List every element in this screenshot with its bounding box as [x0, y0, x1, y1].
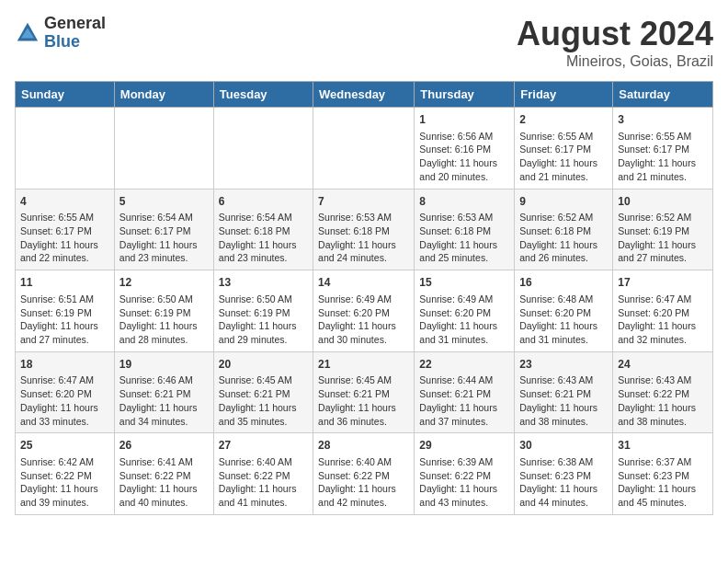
- day-info: Daylight: 11 hours and 27 minutes.: [20, 319, 109, 346]
- day-cell: 31Sunrise: 6:37 AMSunset: 6:23 PMDayligh…: [613, 433, 713, 515]
- day-cell: 13Sunrise: 6:50 AMSunset: 6:19 PMDayligh…: [213, 270, 313, 352]
- day-info: Sunrise: 6:47 AM: [618, 293, 708, 306]
- day-info: Sunset: 6:22 PM: [618, 387, 708, 401]
- logo: General Blue: [15, 15, 106, 52]
- subtitle: Mineiros, Goias, Brazil: [517, 53, 713, 70]
- day-info: Sunrise: 6:54 AM: [119, 211, 209, 224]
- day-info: Sunset: 6:17 PM: [618, 143, 708, 156]
- day-info: Sunset: 6:17 PM: [20, 224, 109, 238]
- day-number: 9: [519, 194, 608, 210]
- day-info: Daylight: 11 hours and 36 minutes.: [318, 401, 409, 428]
- week-row-2: 4Sunrise: 6:55 AMSunset: 6:17 PMDaylight…: [16, 189, 713, 270]
- day-info: Sunrise: 6:48 AM: [519, 293, 608, 306]
- day-cell: 23Sunrise: 6:43 AMSunset: 6:21 PMDayligh…: [515, 351, 613, 433]
- day-number: 10: [618, 194, 708, 210]
- day-number: 12: [119, 275, 209, 291]
- week-row-1: 1Sunrise: 6:56 AMSunset: 6:16 PMDaylight…: [16, 108, 713, 190]
- day-info: Sunset: 6:18 PM: [419, 224, 509, 238]
- logo-icon: [15, 20, 40, 46]
- day-cell: 15Sunrise: 6:49 AMSunset: 6:20 PMDayligh…: [415, 270, 515, 352]
- day-number: 31: [618, 438, 708, 454]
- day-number: 3: [618, 112, 708, 128]
- day-number: 28: [318, 438, 409, 454]
- day-info: Daylight: 11 hours and 37 minutes.: [419, 401, 509, 428]
- day-info: Sunrise: 6:55 AM: [20, 211, 109, 224]
- day-info: Daylight: 11 hours and 34 minutes.: [119, 401, 209, 428]
- day-info: Sunrise: 6:38 AM: [519, 455, 608, 469]
- day-info: Daylight: 11 hours and 28 minutes.: [119, 319, 209, 346]
- day-info: Sunset: 6:21 PM: [519, 387, 608, 401]
- calendar-table: SundayMondayTuesdayWednesdayThursdayFrid…: [15, 81, 713, 515]
- day-cell: 24Sunrise: 6:43 AMSunset: 6:22 PMDayligh…: [613, 351, 713, 433]
- day-cell: 17Sunrise: 6:47 AMSunset: 6:20 PMDayligh…: [613, 270, 713, 352]
- day-number: 26: [119, 438, 209, 454]
- day-info: Daylight: 11 hours and 45 minutes.: [618, 482, 708, 509]
- day-number: 30: [519, 438, 608, 454]
- day-number: 24: [618, 357, 708, 373]
- day-info: Daylight: 11 hours and 21 minutes.: [618, 156, 708, 183]
- day-info: Daylight: 11 hours and 33 minutes.: [20, 401, 109, 428]
- day-info: Sunset: 6:20 PM: [618, 306, 708, 320]
- day-info: Sunset: 6:18 PM: [219, 224, 308, 238]
- day-number: 4: [20, 194, 109, 210]
- day-cell: [114, 108, 213, 190]
- day-cell: 20Sunrise: 6:45 AMSunset: 6:21 PMDayligh…: [213, 351, 313, 433]
- day-info: Sunrise: 6:41 AM: [119, 455, 209, 469]
- day-info: Sunrise: 6:39 AM: [419, 455, 509, 469]
- day-info: Sunrise: 6:55 AM: [618, 130, 708, 144]
- day-cell: 6Sunrise: 6:54 AMSunset: 6:18 PMDaylight…: [213, 189, 313, 270]
- day-cell: 3Sunrise: 6:55 AMSunset: 6:17 PMDaylight…: [613, 108, 713, 190]
- day-number: 21: [318, 357, 409, 373]
- day-info: Sunset: 6:20 PM: [419, 306, 509, 320]
- day-number: 2: [519, 112, 608, 128]
- day-cell: 29Sunrise: 6:39 AMSunset: 6:22 PMDayligh…: [415, 433, 515, 515]
- day-number: 29: [419, 438, 509, 454]
- day-info: Sunrise: 6:40 AM: [318, 455, 409, 469]
- day-info: Sunset: 6:21 PM: [318, 387, 409, 401]
- day-info: Sunrise: 6:42 AM: [20, 455, 109, 469]
- page-header: General Blue August 2024 Mineiros, Goias…: [15, 15, 713, 70]
- day-cell: 26Sunrise: 6:41 AMSunset: 6:22 PMDayligh…: [114, 433, 213, 515]
- day-info: Sunset: 6:18 PM: [519, 224, 608, 238]
- day-info: Daylight: 11 hours and 43 minutes.: [419, 482, 509, 509]
- day-info: Sunrise: 6:54 AM: [219, 211, 308, 224]
- title-block: August 2024 Mineiros, Goias, Brazil: [517, 15, 713, 70]
- day-cell: 9Sunrise: 6:52 AMSunset: 6:18 PMDaylight…: [515, 189, 613, 270]
- day-cell: 30Sunrise: 6:38 AMSunset: 6:23 PMDayligh…: [515, 433, 613, 515]
- day-info: Daylight: 11 hours and 27 minutes.: [618, 238, 708, 265]
- day-info: Daylight: 11 hours and 30 minutes.: [318, 319, 409, 346]
- day-info: Sunset: 6:19 PM: [119, 306, 209, 320]
- day-info: Sunrise: 6:43 AM: [519, 373, 608, 387]
- day-number: 1: [419, 112, 509, 128]
- day-info: Sunset: 6:20 PM: [20, 387, 109, 401]
- header-friday: Friday: [515, 82, 613, 108]
- day-info: Sunrise: 6:52 AM: [519, 211, 608, 224]
- day-info: Sunset: 6:18 PM: [318, 224, 409, 238]
- day-info: Daylight: 11 hours and 22 minutes.: [20, 238, 109, 265]
- day-cell: 2Sunrise: 6:55 AMSunset: 6:17 PMDaylight…: [515, 108, 613, 190]
- day-info: Sunset: 6:21 PM: [419, 387, 509, 401]
- day-info: Sunset: 6:19 PM: [618, 224, 708, 238]
- day-number: 11: [20, 275, 109, 291]
- day-number: 15: [419, 275, 509, 291]
- day-cell: 25Sunrise: 6:42 AMSunset: 6:22 PMDayligh…: [16, 433, 115, 515]
- day-info: Sunrise: 6:45 AM: [318, 373, 409, 387]
- day-number: 25: [20, 438, 109, 454]
- day-number: 23: [519, 357, 608, 373]
- day-cell: 27Sunrise: 6:40 AMSunset: 6:22 PMDayligh…: [213, 433, 313, 515]
- day-info: Sunrise: 6:46 AM: [119, 373, 209, 387]
- day-info: Sunset: 6:22 PM: [419, 469, 509, 483]
- day-info: Sunset: 6:17 PM: [519, 143, 608, 156]
- logo-text: General Blue: [44, 15, 106, 52]
- day-number: 14: [318, 275, 409, 291]
- header-monday: Monday: [114, 82, 213, 108]
- day-info: Sunset: 6:22 PM: [219, 469, 308, 483]
- day-number: 18: [20, 357, 109, 373]
- day-info: Sunset: 6:22 PM: [318, 469, 409, 483]
- day-info: Daylight: 11 hours and 38 minutes.: [618, 401, 708, 428]
- day-number: 27: [219, 438, 308, 454]
- day-info: Sunrise: 6:52 AM: [618, 211, 708, 224]
- day-info: Sunset: 6:23 PM: [519, 469, 608, 483]
- day-info: Sunrise: 6:40 AM: [219, 455, 308, 469]
- day-number: 6: [219, 194, 308, 210]
